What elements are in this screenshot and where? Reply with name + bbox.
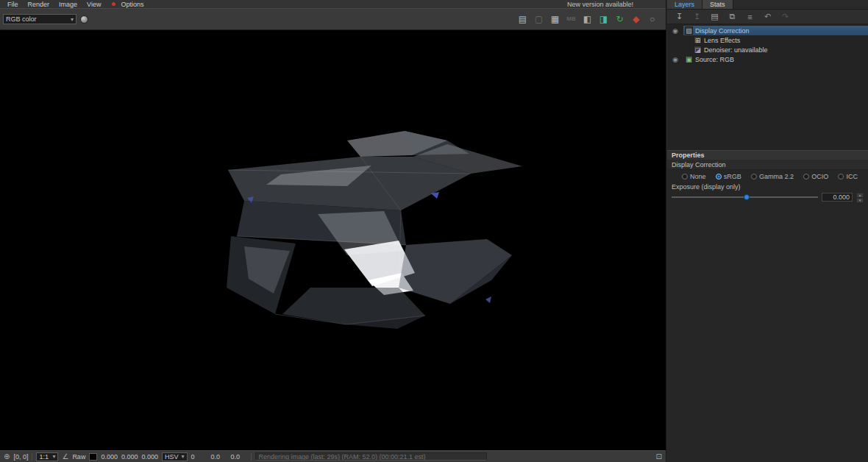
- hsv-value-s: 0.0: [211, 453, 227, 461]
- rgb-value-r: 0.000: [101, 453, 118, 461]
- eye-icon[interactable]: ◉: [667, 56, 683, 63]
- radio-circle-icon: [716, 174, 722, 180]
- channel-select-value: RGB color: [6, 15, 37, 23]
- zoom-value: 1:1: [39, 453, 49, 461]
- picked-color-swatch[interactable]: [89, 453, 97, 461]
- tab-stats[interactable]: Stats: [702, 0, 733, 9]
- layer-label: Source: RGB: [695, 56, 734, 63]
- color-mode-value: HSV: [165, 453, 179, 461]
- main-toolbar: RGB color ▾ ▤ ▢ ▦ MB ◧ ◨ ↻ ◆ ○: [0, 8, 666, 30]
- save-layers-icon[interactable]: ↥: [691, 11, 702, 22]
- render-icon[interactable]: ◆: [630, 13, 642, 26]
- tab-layers[interactable]: Layers: [667, 0, 702, 9]
- track-mouse-icon[interactable]: ◨: [597, 13, 610, 26]
- layer-list-icon[interactable]: ≡: [744, 11, 755, 22]
- color-swatch-icon[interactable]: [80, 15, 88, 24]
- radio-label: None: [690, 173, 706, 180]
- raw-label: Raw: [72, 453, 85, 461]
- layer-row-content[interactable]: ▣ Source: RGB: [683, 54, 868, 64]
- save-image-icon[interactable]: ▤: [516, 13, 529, 26]
- radio-none[interactable]: None: [682, 173, 706, 180]
- color-mode-select[interactable]: HSV ▾: [162, 452, 188, 461]
- radio-gamma22[interactable]: Gamma 2.2: [751, 173, 794, 180]
- pixel-probe-icon[interactable]: ⊕: [4, 452, 10, 461]
- save-preset-icon[interactable]: ▤: [709, 11, 720, 22]
- layer-row-denoiser[interactable]: ◪ Denoiser: unavailable: [667, 45, 868, 54]
- radio-circle-icon: [751, 174, 757, 180]
- zoom-select[interactable]: 1:1 ▾: [36, 452, 58, 461]
- chevron-down-icon: ▾: [52, 453, 55, 460]
- layer-row-source-rgb[interactable]: ◉ ▣ Source: RGB: [667, 54, 868, 64]
- statusbar: ⊕ [0, 0] 1:1 ▾ ∠ Raw 0.000 0.000 0.000 H…: [0, 450, 666, 462]
- chevron-down-icon: ▾: [182, 453, 185, 460]
- render-status-message: Rendering image (last: 29s) (RAM: 52.0) …: [255, 452, 487, 461]
- slider-thumb[interactable]: [744, 194, 750, 200]
- copy-layers-icon[interactable]: ⧉: [727, 11, 738, 22]
- radio-icc[interactable]: ICC: [838, 173, 858, 180]
- exposure-spinner: ▴ ▾: [856, 193, 864, 202]
- menu-file[interactable]: File: [4, 1, 25, 8]
- statusbar-corner-icon[interactable]: ⊡: [656, 452, 662, 461]
- exposure-label: Exposure (display only): [667, 182, 868, 192]
- rgb-value-g: 0.000: [121, 453, 138, 461]
- exposure-slider[interactable]: [672, 193, 818, 201]
- properties-section-title: Display Correction: [667, 160, 868, 170]
- denoiser-icon: ◪: [694, 46, 702, 54]
- layer-toolbar: ↧ ↥ ▤ ⧉ ≡ ↶ ↷: [667, 10, 868, 24]
- record-indicator-icon: [112, 2, 115, 6]
- radio-label: OCIO: [811, 173, 828, 180]
- load-layers-icon[interactable]: ↧: [674, 11, 685, 22]
- layer-row-content[interactable]: ▨ Display Correction: [683, 26, 868, 35]
- exposure-value-field[interactable]: 0.000: [822, 193, 853, 202]
- layer-label: Lens Effects: [704, 37, 740, 44]
- mono-channel-icon[interactable]: MB: [565, 13, 577, 26]
- display-correction-icon: ▨: [685, 26, 693, 35]
- radio-circle-icon: [682, 174, 688, 180]
- render-viewport[interactable]: [0, 30, 666, 450]
- region-render-icon[interactable]: ▦: [549, 13, 561, 26]
- angle-icon: ∠: [62, 452, 68, 461]
- exposure-control: 0.000 ▴ ▾: [667, 192, 868, 202]
- radio-label: ICC: [846, 173, 858, 180]
- source-rgb-icon: ▣: [685, 55, 693, 63]
- divider: [251, 453, 252, 461]
- layer-label: Display Correction: [695, 27, 750, 35]
- chevron-down-icon: ▾: [71, 16, 74, 23]
- radio-circle-icon: [803, 174, 809, 180]
- menu-options[interactable]: Options: [118, 1, 150, 8]
- toolbar-icons: ▤ ▢ ▦ MB ◧ ◨ ↻ ◆ ○: [516, 13, 658, 26]
- eye-icon[interactable]: ◉: [667, 27, 683, 35]
- redo-icon[interactable]: ↷: [780, 11, 791, 22]
- divider: [32, 453, 32, 461]
- radio-label: Gamma 2.2: [759, 173, 794, 180]
- display-window-icon[interactable]: ◧: [581, 13, 594, 26]
- layer-row-lens-effects[interactable]: ⊞ Lens Effects: [667, 35, 868, 45]
- layer-row-content[interactable]: ◪ Denoiser: unavailable: [692, 45, 868, 54]
- hsv-value-h: 0: [191, 453, 207, 461]
- rgb-value-b: 0.000: [141, 453, 158, 461]
- layer-tree: ◉ ▨ Display Correction ⊞ Lens Effects ◪ …: [667, 24, 868, 150]
- menu-view[interactable]: View: [84, 1, 107, 8]
- panel-empty-area: [667, 202, 868, 462]
- undo-icon[interactable]: ↶: [762, 11, 773, 22]
- lens-effects-icon: ⊞: [694, 36, 702, 44]
- panel-tabs: Layers Stats: [667, 0, 868, 10]
- layer-row-content[interactable]: ⊞ Lens Effects: [692, 35, 868, 45]
- render-last-icon[interactable]: ↻: [613, 13, 626, 26]
- pixel-coords: [0, 0]: [13, 453, 28, 461]
- correction-options: None sRGB Gamma 2.2 OCIO ICC: [667, 170, 868, 182]
- radio-srgb[interactable]: sRGB: [716, 173, 741, 180]
- clear-image-icon[interactable]: ▢: [533, 13, 545, 26]
- layer-row-display-correction[interactable]: ◉ ▨ Display Correction: [667, 26, 868, 35]
- spinner-up-icon[interactable]: ▴: [856, 193, 864, 198]
- rendered-image: [0, 30, 666, 450]
- region-lasso-icon[interactable]: ○: [646, 13, 658, 26]
- radio-label: sRGB: [724, 173, 741, 180]
- radio-ocio[interactable]: OCIO: [803, 173, 828, 180]
- menu-image[interactable]: Image: [56, 1, 84, 8]
- layers-panel: Layers Stats ↧ ↥ ▤ ⧉ ≡ ↶ ↷ ◉ ▨ Display C…: [667, 0, 868, 462]
- new-version-notice[interactable]: New version available!: [567, 1, 633, 8]
- layer-label: Denoiser: unavailable: [704, 46, 768, 54]
- menu-render[interactable]: Render: [25, 1, 57, 8]
- channel-select[interactable]: RGB color ▾: [3, 14, 77, 24]
